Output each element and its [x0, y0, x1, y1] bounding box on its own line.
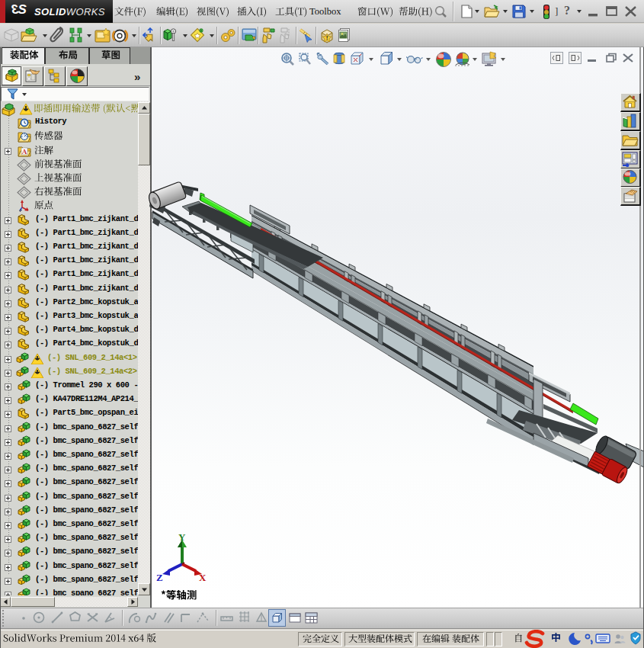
svg-text:X: X	[199, 572, 207, 583]
svg-text:Z: Z	[156, 572, 163, 583]
svg-text:Y: Y	[178, 532, 186, 543]
